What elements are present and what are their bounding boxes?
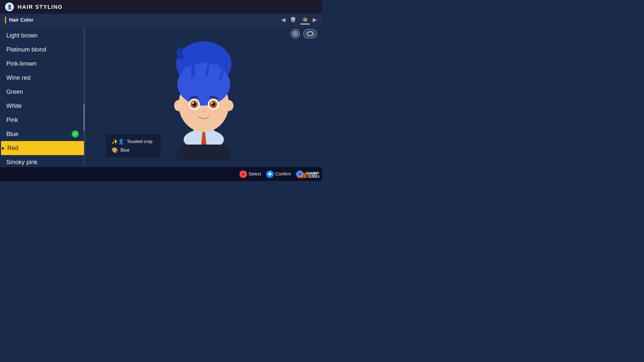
style-info-row: ✨👤 Tousled crop <box>112 139 155 145</box>
svg-marker-14 <box>313 33 314 34</box>
bar3 <box>302 174 303 178</box>
svg-point-4 <box>294 18 295 18</box>
style-icon: ✨👤 <box>112 139 124 145</box>
header-bar: 👤 HAIR STYLING <box>0 0 322 14</box>
color-item-green[interactable]: Green <box>0 85 85 99</box>
bottom-bar: A Select ✚ Confirm X Reset GAMERGUIDES <box>0 167 322 181</box>
svg-point-21 <box>174 100 183 111</box>
info-overlay: ✨👤 Tousled crop 🎨 Blue <box>106 134 161 157</box>
color-item-white[interactable]: White <box>0 99 85 113</box>
color-item-wine-red[interactable]: Wine red <box>0 71 85 85</box>
color-item-label: Pink <box>6 116 18 123</box>
color-list: Light brownPlatinum blondPink-brownWine … <box>0 26 85 167</box>
top-right-controls: R <box>291 29 317 38</box>
svg-point-7 <box>305 18 307 19</box>
bar4 <box>304 173 305 178</box>
color-item-label: Pink-brown <box>6 60 36 67</box>
watermark-text: GAMERGUIDES <box>308 171 319 178</box>
color-item-label: Smoky pink <box>6 159 37 166</box>
plus-button[interactable]: ✚ <box>266 170 274 178</box>
svg-point-36 <box>214 109 223 114</box>
select-label: Select <box>249 171 261 177</box>
color-label: Blue <box>120 148 130 153</box>
bar1 <box>298 176 300 178</box>
category-title: Hair Color <box>9 17 281 23</box>
color-item-blue[interactable]: Blue✓ <box>0 127 85 141</box>
color-icon: 🎨 <box>112 147 118 153</box>
scrollbar-thumb[interactable] <box>84 104 85 131</box>
watermark: GAMERGUIDES <box>298 171 319 178</box>
color-item-red[interactable]: Red <box>1 141 84 155</box>
nav-left-arrow[interactable]: ◀ <box>281 17 286 23</box>
svg-text:R: R <box>294 32 296 35</box>
color-item-light-brown[interactable]: Light brown <box>0 28 85 42</box>
bar2 <box>300 175 301 178</box>
svg-point-33 <box>211 102 213 104</box>
rotate-button[interactable] <box>303 29 317 38</box>
main-content: Light brownPlatinum blondPink-brownWine … <box>0 26 322 167</box>
svg-point-34 <box>202 110 206 113</box>
color-item-label: Green <box>6 88 23 95</box>
svg-point-22 <box>224 100 233 111</box>
bar5 <box>305 172 307 178</box>
select-action[interactable]: A Select <box>239 170 261 178</box>
scrollbar-track <box>84 28 85 165</box>
color-item-label: Wine red <box>6 74 30 81</box>
sub-header: Hair Color ◀ ▶ <box>0 14 322 26</box>
color-item-label: Light brown <box>6 32 37 39</box>
r-button[interactable]: R <box>291 29 300 38</box>
svg-point-3 <box>291 18 292 18</box>
svg-point-10 <box>305 19 306 20</box>
svg-point-9 <box>305 20 307 21</box>
hair-style-icon[interactable] <box>289 15 298 24</box>
color-item-label: Blue <box>6 130 18 138</box>
color-item-platinum-blond[interactable]: Platinum blond <box>0 42 85 57</box>
nav-right-arrow[interactable]: ▶ <box>313 17 317 23</box>
color-item-smoky-pink[interactable]: Smoky pink <box>0 155 85 167</box>
watermark-bars <box>298 172 307 178</box>
style-label: Tousled crop <box>127 139 152 144</box>
confirm-action[interactable]: ✚ Confirm <box>266 170 291 178</box>
svg-point-35 <box>184 109 193 114</box>
a-button[interactable]: A <box>239 170 247 178</box>
color-item-label: Red <box>7 145 18 152</box>
color-item-pink-brown[interactable]: Pink-brown <box>0 57 85 71</box>
color-list-panel: Light brownPlatinum blondPink-brownWine … <box>0 26 86 167</box>
svg-point-28 <box>192 102 194 104</box>
color-palette-icon[interactable] <box>301 15 310 24</box>
color-item-label: Platinum blond <box>6 46 46 53</box>
svg-point-6 <box>303 18 305 19</box>
page-title: HAIR STYLING <box>18 4 63 10</box>
svg-marker-13 <box>307 33 308 34</box>
color-item-pink[interactable]: Pink <box>0 113 85 127</box>
nav-controls: ◀ ▶ <box>281 15 317 24</box>
character-panel: R <box>86 26 322 167</box>
svg-point-2 <box>293 17 294 18</box>
selected-check-icon: ✓ <box>72 130 79 138</box>
svg-point-8 <box>303 20 305 21</box>
category-indicator <box>5 16 6 23</box>
confirm-label: Confirm <box>275 171 291 177</box>
color-info-row: 🎨 Blue <box>112 147 155 153</box>
header-icon: 👤 <box>5 3 14 11</box>
color-item-label: White <box>6 102 22 109</box>
